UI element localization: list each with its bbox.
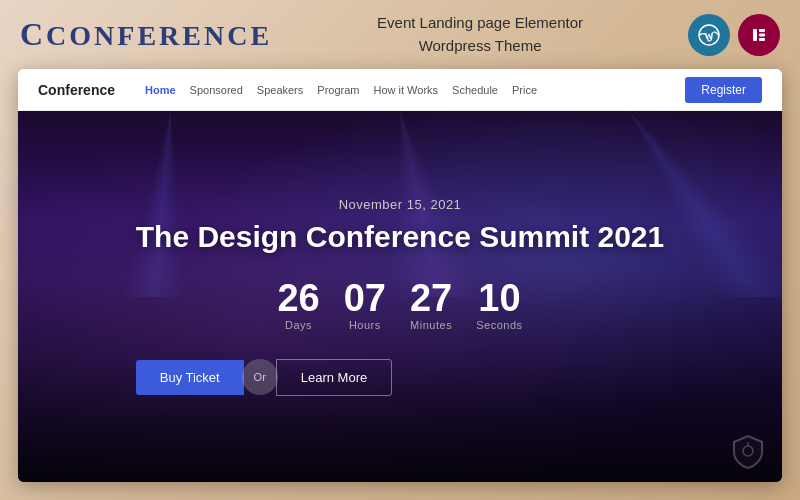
svg-rect-4	[759, 33, 765, 36]
seconds-label: Seconds	[476, 319, 522, 331]
or-divider: Or	[242, 359, 278, 395]
countdown-timer: 26 Days 07 Hours 27 Minutes 10 Seconds	[136, 279, 665, 331]
seconds-value: 10	[476, 279, 522, 317]
minutes-value: 27	[410, 279, 452, 317]
hours-value: 07	[344, 279, 386, 317]
hours-label: Hours	[344, 319, 386, 331]
event-date: November 15, 2021	[136, 197, 665, 212]
platform-icons: W	[688, 14, 780, 56]
hero-section: November 15, 2021 The Design Conference …	[18, 111, 782, 482]
countdown-days: 26 Days	[277, 279, 319, 331]
learn-more-button[interactable]: Learn More	[276, 359, 392, 396]
hero-content: November 15, 2021 The Design Conference …	[116, 197, 685, 396]
wordpress-icon: W	[688, 14, 730, 56]
register-button[interactable]: Register	[685, 77, 762, 103]
tagline: Event Landing page Elementor Wordpress T…	[377, 12, 583, 57]
nav-link-program[interactable]: Program	[317, 84, 359, 96]
elementor-icon	[738, 14, 780, 56]
watermark	[730, 434, 766, 474]
svg-rect-3	[759, 29, 765, 32]
top-bar: CCoNFERENCE Event Landing page Elementor…	[0, 0, 800, 69]
countdown-minutes: 27 Minutes	[410, 279, 452, 331]
svg-rect-2	[753, 29, 757, 41]
svg-rect-5	[759, 38, 765, 41]
nav-link-schedule[interactable]: Schedule	[452, 84, 498, 96]
days-label: Days	[277, 319, 319, 331]
days-value: 26	[277, 279, 319, 317]
event-title: The Design Conference Summit 2021	[136, 220, 665, 255]
nav-link-price[interactable]: Price	[512, 84, 537, 96]
nav-link-how-it-works[interactable]: How it Works	[373, 84, 438, 96]
shield-icon	[730, 434, 766, 470]
nav-link-sponsored[interactable]: Sponsored	[190, 84, 243, 96]
buy-ticket-button[interactable]: Buy Ticket	[136, 360, 244, 395]
countdown-hours: 07 Hours	[344, 279, 386, 331]
nav-link-speakers[interactable]: Speakers	[257, 84, 303, 96]
website-card: Conference Home Sponsored Speakers Progr…	[18, 69, 782, 482]
nav-bar: Conference Home Sponsored Speakers Progr…	[18, 69, 782, 111]
nav-links: Home Sponsored Speakers Program How it W…	[145, 84, 685, 96]
nav-link-home[interactable]: Home	[145, 84, 176, 96]
svg-text:W: W	[704, 31, 713, 41]
nav-logo: Conference	[38, 82, 115, 98]
countdown-seconds: 10 Seconds	[476, 279, 522, 331]
cta-buttons: Buy Ticket Or Learn More	[136, 359, 665, 396]
site-logo: CCoNFERENCE	[20, 16, 272, 53]
minutes-label: Minutes	[410, 319, 452, 331]
